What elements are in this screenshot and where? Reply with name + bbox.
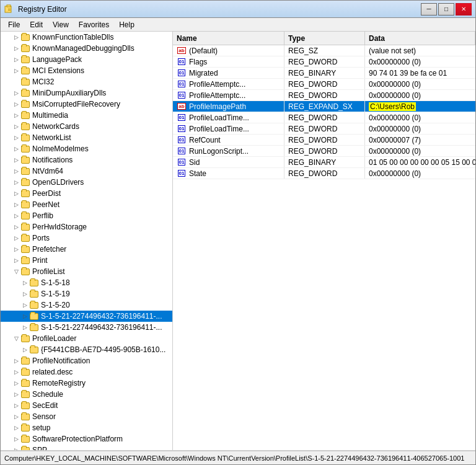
menu-help[interactable]: Help [114,19,139,30]
cell-data: 0x00000000 (0) [365,56,475,67]
detail-row-state[interactable]: 01 State REG_DWORD 0x00000000 (0) [173,168,475,179]
col-header-name: Name [173,32,284,45]
folder-icon [29,322,39,332]
registry-editor-window: Registry Editor ─ □ ✕ File Edit View Fav… [0,0,476,465]
reg-icon-01: 01 [177,58,187,66]
reg-icon-01: 01 [177,125,187,133]
tree-item[interactable]: ▷ KnownFunctionTableDlls [1,32,172,43]
tree-item[interactable]: ▷ MiniDumpAuxiliaryDlls [1,87,172,99]
tree-item[interactable]: ▷ OpenGLDrivers [1,177,172,188]
tree-item[interactable]: ▷ Ports [1,232,172,244]
folder-icon [29,345,39,355]
tree-item-label: LanguagePack [32,55,82,64]
tree-item[interactable]: ▷ {F5441CBB-AE7D-4495-905B-1610... [1,344,172,355]
folder-icon [20,144,30,154]
expand-icon: ▷ [12,189,20,198]
minimize-button[interactable]: ─ [421,3,437,16]
tree-item[interactable]: ▷ related.desc [1,366,172,378]
expand-icon: ▷ [12,412,20,421]
menu-favorites[interactable]: Favorites [74,19,114,30]
tree-scroll[interactable]: ▷ KnownFunctionTableDlls ▷ KnownManagedD… [1,32,172,450]
tree-item[interactable]: ▷ NetworkCards [1,121,172,132]
folder-icon [20,367,30,377]
tree-item[interactable]: ▷ PeerDist [1,188,172,199]
regedit-icon [4,4,14,14]
tree-item-label: MsiCorruptedFileRecovery [32,100,120,108]
tree-item-label: ProfileList [32,267,65,276]
tree-item[interactable]: ▷ Notifications [1,154,172,166]
detail-row-runlogonscript[interactable]: 01 RunLogonScript... REG_DWORD 0x0000000… [173,146,475,157]
tree-item-label: Sensor [32,412,56,421]
detail-row-refcount[interactable]: 01 RefCount REG_DWORD 0x00000007 (7) [173,135,475,146]
highlighted-value: C:\Users\Rob [369,102,416,111]
detail-scroll[interactable]: ab (Default) REG_SZ (value not set) 01 F… [173,45,475,450]
tree-item[interactable]: ▷ LanguagePack [1,54,172,65]
folder-icon [20,77,30,87]
tree-item-profileloader[interactable]: ▽ ProfileLoader [1,333,172,344]
tree-item[interactable]: ▷ Perflib [1,210,172,221]
tree-item[interactable]: ▷ MCI Extensions [1,65,172,76]
tree-item[interactable]: ▷ NtVdm64 [1,166,172,177]
tree-item[interactable]: ▷ PeerNet [1,199,172,210]
expand-icon: ▷ [12,435,20,443]
reg-icon-01: 01 [177,148,187,155]
tree-item-label: Multimedia [32,111,68,120]
tree-item[interactable]: ▷ S-1-5-19 [1,288,172,299]
col-header-data: Data [365,32,475,45]
folder-icon [20,177,30,187]
tree-item[interactable]: ▷ Print [1,255,172,266]
tree-item[interactable]: ▷ MsiCorruptedFileRecovery [1,99,172,110]
status-bar: Computer\HKEY_LOCAL_MACHINE\SOFTWARE\Mic… [1,451,475,464]
folder-icon [20,401,30,410]
tree-item[interactable]: ▷ SecEdit [1,400,172,411]
tree-item[interactable]: ▷ S-1-5-20 [1,299,172,311]
tree-item[interactable]: ▷ NetworkList [1,132,172,143]
tree-item[interactable]: ▷ Prefetcher [1,244,172,255]
tree-item-label: S-1-5-18 [41,278,70,287]
tree-item[interactable]: ▷ S-1-5-18 [1,277,172,288]
tree-item[interactable]: ▷ SoftwareProtectionPlatform [1,433,172,445]
tree-item[interactable]: ▷ Schedule [1,389,172,400]
tree-item[interactable]: ▷ SPP [1,445,172,450]
folder-icon [20,66,30,76]
cell-data: 0x00000007 (7) [365,135,475,145]
maximize-button[interactable]: □ [438,3,454,16]
close-button[interactable]: ✕ [456,3,472,16]
cell-type: REG_DWORD [284,56,365,67]
tree-item[interactable]: ▷ Sensor [1,411,172,422]
reg-icon-ab: ab [177,47,187,55]
detail-row-default[interactable]: ab (Default) REG_SZ (value not set) [173,45,475,56]
tree-item[interactable]: ▷ KnownManagedDebuggingDlls [1,43,172,54]
tree-item-selected[interactable]: ▷ S-1-5-21-2274496432-736196411-... [1,311,172,322]
menu-file[interactable]: File [3,19,25,30]
cell-type: REG_DWORD [284,135,365,145]
detail-row-migrated[interactable]: 01 Migrated REG_BINARY 90 74 01 39 be fa… [173,68,475,79]
tree-item[interactable]: ▷ ProfileNotification [1,355,172,366]
tree-item-label: ProfileLoader [32,334,76,343]
detail-row-flags[interactable]: 01 Flags REG_DWORD 0x00000000 (0) [173,56,475,68]
cell-type: REG_DWORD [284,79,365,89]
folder-icon [20,267,30,277]
expand-icon: ▷ [12,423,20,432]
detail-row-profileloadtime1[interactable]: 01 ProfileLoadTime... REG_DWORD 0x000000… [173,112,475,123]
status-text: Computer\HKEY_LOCAL_MACHINE\SOFTWARE\Mic… [4,454,464,462]
detail-row-profileattempt2[interactable]: 01 ProfileAttemptc... REG_DWORD 0x000000… [173,90,475,101]
folder-icon [20,389,30,399]
tree-item[interactable]: ▷ setup [1,422,172,433]
cell-data: C:\Users\Rob [365,101,475,112]
tree-item[interactable]: ▷ S-1-5-21-2274496432-736196411-... [1,322,172,333]
menu-edit[interactable]: Edit [25,19,48,30]
menu-view[interactable]: View [48,19,74,30]
detail-row-sid[interactable]: 01 Sid REG_BINARY 01 05 00 00 00 00 00 0… [173,157,475,168]
tree-item[interactable]: ▷ Multimedia [1,110,172,121]
detail-row-profileloadtime2[interactable]: 01 ProfileLoadTime... REG_DWORD 0x000000… [173,123,475,135]
tree-item[interactable]: ▷ RemoteRegistry [1,378,172,389]
tree-item[interactable]: ▷ NoImeModelmes [1,143,172,154]
tree-item[interactable]: MCI32 [1,76,172,87]
tree-item-profilelist[interactable]: ▽ ProfileList [1,266,172,277]
tree-item[interactable]: ▷ PerHwIdStorage [1,221,172,232]
folder-icon [20,155,30,165]
detail-row-profileattempt1[interactable]: 01 ProfileAttemptc... REG_DWORD 0x000000… [173,79,475,90]
folder-icon [20,133,30,143]
detail-row-profileimagepath[interactable]: ab ProfileImagePath REG_EXPAND_SX C:\Use… [173,101,475,112]
